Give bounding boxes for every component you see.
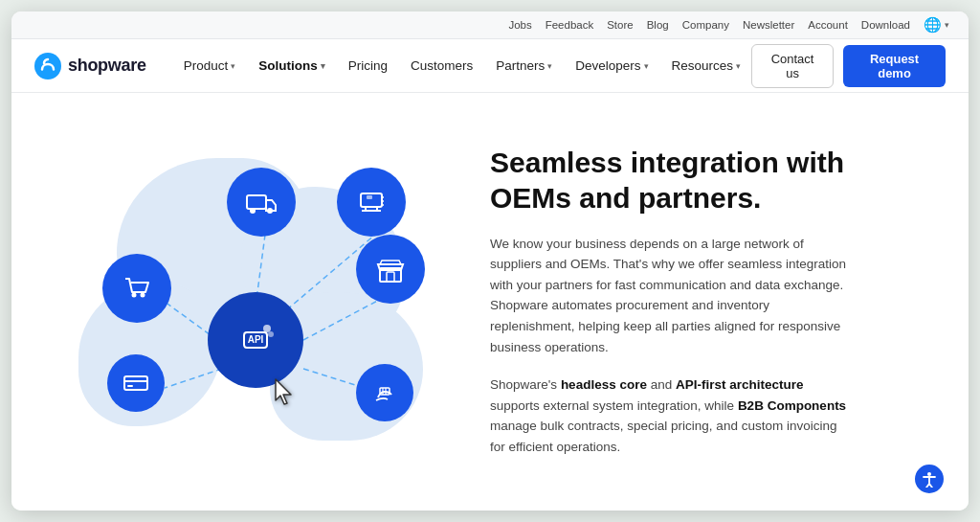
integration-diagram: API [59,139,461,465]
hero-bold-1: headless core [561,377,647,392]
truck-icon-circle [227,168,296,237]
utility-bar: Jobs Feedback Store Blog Company Newslet… [11,11,969,39]
hero-title: Seamless integration with OEMs and partn… [490,146,854,216]
logo-text: shopware [68,56,146,76]
accessibility-button[interactable] [913,463,946,495]
request-demo-button[interactable]: Request demo [843,45,946,87]
nav-pricing[interactable]: Pricing [338,53,398,79]
hero-mid-2: supports external system integration, wh… [490,398,738,413]
hero-post: manage bulk contracts, special pricing, … [490,419,836,454]
svg-point-25 [927,472,931,476]
utility-link-account[interactable]: Account [808,19,848,31]
svg-point-10 [268,331,274,337]
utility-link-store[interactable]: Store [607,19,634,31]
accessibility-icon [921,470,938,488]
svg-rect-11 [247,195,266,209]
svg-point-13 [267,208,273,214]
hero-bold-3: B2B Components [738,398,846,413]
utility-link-newsletter[interactable]: Newsletter [743,19,794,31]
svg-rect-21 [127,385,133,387]
svg-point-17 [141,293,145,298]
shopware-logo-icon [34,53,61,79]
nav-resources[interactable]: Resources▾ [661,53,752,79]
utility-link-jobs[interactable]: Jobs [508,19,531,31]
utility-link-feedback[interactable]: Feedback [546,19,594,31]
svg-point-9 [263,325,271,332]
svg-point-0 [34,53,61,79]
main-content: API [11,93,969,511]
nav-solutions[interactable]: Solutions▾ [248,53,336,79]
hero-mid-1: and [647,377,676,392]
main-navbar: shopware Product▾ Solutions▾ Pricing Cus… [11,39,969,93]
hero-bold-2: API-first architecture [676,377,804,392]
nav-partners[interactable]: Partners▾ [485,53,563,79]
utility-link-blog[interactable]: Blog [647,19,669,31]
cursor-icon [270,375,299,417]
nav-product[interactable]: Product▾ [173,53,247,79]
svg-rect-15 [367,195,372,199]
utility-link-download[interactable]: Download [861,19,910,31]
server-icon-circle [337,168,406,237]
nav-developers[interactable]: Developers▾ [565,53,658,79]
hero-text-content: Seamless integration with OEMs and partn… [490,146,854,457]
svg-rect-19 [387,272,394,282]
hand-icon-circle [356,364,413,421]
hero-description: We know your business depends on a large… [490,234,854,358]
svg-point-12 [250,208,256,214]
svg-text:API: API [248,334,264,345]
hero-section: API [11,93,969,511]
nav-links: Product▾ Solutions▾ Pricing Customers Pa… [173,53,751,79]
store-icon-circle [356,235,425,304]
hero-description-2: Shopware's headless core and API-first a… [490,374,854,457]
svg-point-16 [132,293,137,298]
nav-customers[interactable]: Customers [400,53,483,79]
svg-rect-20 [124,376,147,390]
utility-link-company[interactable]: Company [682,19,729,31]
language-selector[interactable]: 🌐 ▾ [924,16,949,34]
contact-us-button[interactable]: Contact us [751,44,834,88]
api-icon-circle: API [208,292,303,388]
cart-icon-circle [102,254,171,323]
card-icon-circle [107,354,165,412]
nav-actions: Contact us Request demo [751,44,946,88]
hero-desc2-pre: Shopware's [490,377,561,392]
logo[interactable]: shopware [34,53,146,79]
